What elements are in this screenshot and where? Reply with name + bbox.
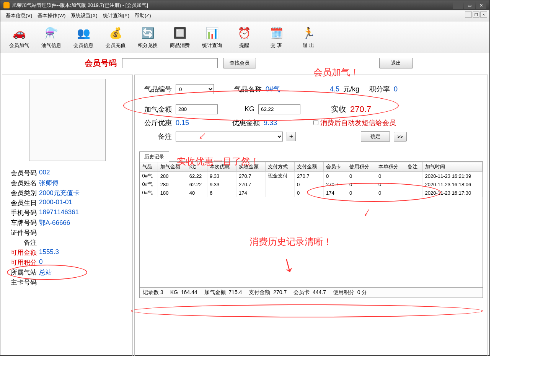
member-field-label: 会员姓名 bbox=[6, 179, 37, 187]
amount-input[interactable] bbox=[176, 104, 218, 114]
toolbar-btn-0[interactable]: 🚗会员加气 bbox=[4, 24, 34, 50]
app-icon bbox=[3, 2, 10, 8]
grid-col-header[interactable]: 备注 bbox=[405, 162, 422, 172]
member-no-label: 会员号码 bbox=[85, 58, 117, 68]
point-rate-label: 积分率 bbox=[363, 85, 390, 94]
menubar: 基本信息(V) 基本操作(W) 系统设置(X) 统计查询(Y) 帮助(Z) – … bbox=[0, 10, 489, 21]
toolbar-btn-6[interactable]: 📊统计查询 bbox=[197, 24, 227, 50]
history-tab[interactable]: 历史记录 bbox=[139, 151, 169, 162]
annotation-ellipse-summary bbox=[131, 304, 483, 317]
table-row[interactable]: 0#气28062.229.33270.7现金支付270.70002020-11-… bbox=[140, 172, 483, 181]
member-no-input[interactable] bbox=[122, 58, 218, 68]
menu-stats-query[interactable]: 统计查询(Y) bbox=[101, 11, 132, 20]
kg-input[interactable] bbox=[258, 104, 300, 114]
toolbar-btn-4[interactable]: 🔄积分兑换 bbox=[133, 24, 163, 50]
toolbar-btn-9[interactable]: 🏃退 出 bbox=[294, 24, 323, 50]
menu-system-settings[interactable]: 系统设置(X) bbox=[68, 11, 99, 20]
grid-col-header[interactable]: 会员卡 bbox=[324, 162, 347, 172]
member-field-value: 2000元充值卡 bbox=[39, 189, 80, 197]
plus-button[interactable]: + bbox=[287, 132, 296, 141]
grid-col-header[interactable]: 加气金额 bbox=[158, 162, 187, 172]
mdi-close-button[interactable]: × bbox=[480, 11, 487, 18]
toolbar-icon-4: 🔄 bbox=[140, 25, 155, 41]
menu-help[interactable]: 帮助(Z) bbox=[132, 11, 153, 20]
member-field-label: 可用积分 bbox=[6, 258, 37, 267]
toolbar-icon-3: 💰 bbox=[108, 25, 123, 41]
disc-amt-value: 9.33 bbox=[264, 119, 302, 127]
history-grid[interactable]: 气品加气金额KG本次优惠实收金额支付方式支付金额会员卡使用积分本单积分备注加气时… bbox=[139, 161, 483, 288]
toolbar-icon-7: ⏰ bbox=[236, 25, 252, 41]
table-row[interactable]: 0#气1804061740174002020-11-23 16:17:30 bbox=[140, 189, 483, 197]
member-field-label: 会员号码 bbox=[6, 169, 37, 177]
gas-name-value: 0#气 bbox=[266, 85, 280, 94]
remark-select[interactable] bbox=[176, 132, 283, 142]
price-unit: 元/kg bbox=[343, 85, 359, 94]
toolbar-btn-3[interactable]: 💰会员充值 bbox=[101, 24, 130, 50]
sms-checkbox-label[interactable]: 消费后自动发短信给会员 bbox=[313, 118, 396, 127]
member-field-value: 0 bbox=[39, 258, 42, 267]
grid-col-header[interactable]: 气品 bbox=[140, 162, 158, 172]
perkg-disc-label: 公斤优惠 bbox=[139, 118, 172, 127]
point-rate-value: 0 bbox=[394, 85, 398, 93]
price-value: 4.5 bbox=[330, 85, 339, 93]
member-field-value: 002 bbox=[39, 169, 50, 177]
toolbar-icon-5: 🔲 bbox=[172, 25, 188, 41]
grid-col-header[interactable]: 本次优惠 bbox=[207, 162, 236, 172]
toolbar-btn-5[interactable]: 🔲商品消费 bbox=[165, 24, 195, 50]
gas-name-label: 气品名称 bbox=[229, 85, 262, 94]
grid-col-header[interactable]: 加气时间 bbox=[422, 162, 482, 172]
find-member-button[interactable]: 查找会员 bbox=[223, 58, 256, 68]
member-field-value: 总站 bbox=[39, 268, 52, 277]
kg-label: KG bbox=[245, 105, 254, 113]
member-field-label: 会员类别 bbox=[6, 189, 37, 197]
menu-basic-ops[interactable]: 基本操作(W) bbox=[35, 11, 68, 20]
member-info-panel: 会员号码002会员姓名张师傅会员类别2000元充值卡会员生日2000-01-01… bbox=[2, 75, 133, 356]
exit-button[interactable]: 退出 bbox=[379, 58, 413, 68]
close-button[interactable]: ✕ bbox=[476, 2, 486, 9]
member-field-label: 手机号码 bbox=[6, 208, 37, 217]
toolbar-btn-8[interactable]: 🗓️交 班 bbox=[261, 24, 291, 50]
toolbar-icon-1: ⚗️ bbox=[44, 25, 59, 41]
toolbar-btn-1[interactable]: ⚗️油气信息 bbox=[36, 24, 66, 50]
ok-button[interactable]: 确定 bbox=[361, 131, 390, 142]
member-field-value: 张师傅 bbox=[39, 179, 59, 187]
actual-label: 实收 bbox=[331, 104, 346, 114]
window-title: 旭荣加气站管理软件--版本:加气版 2019.7(已注册) - [会员加气] bbox=[12, 2, 148, 9]
member-field-label: 可用金额 bbox=[6, 248, 37, 257]
member-field-label: 主卡号码 bbox=[6, 278, 37, 287]
toolbar-btn-2[interactable]: 👥会员信息 bbox=[68, 24, 98, 50]
remark-label: 备注 bbox=[139, 132, 172, 141]
toolbar-icon-6: 📊 bbox=[204, 25, 220, 41]
table-row[interactable]: 0#气28062.229.33270.70270.7002020-11-23 1… bbox=[140, 180, 483, 189]
toolbar-icon-8: 🗓️ bbox=[269, 25, 284, 41]
grid-col-header[interactable]: 实收金额 bbox=[236, 162, 266, 172]
member-field-value: 鄂A-66666 bbox=[39, 218, 70, 227]
toolbar-btn-7[interactable]: ⏰提醒 bbox=[229, 24, 259, 50]
member-field-label: 所属气站 bbox=[6, 268, 37, 277]
member-field-label: 证件号码 bbox=[6, 228, 37, 237]
toolbar-icon-2: 👥 bbox=[76, 25, 91, 41]
amount-label: 加气金额 bbox=[139, 105, 172, 114]
maximize-button[interactable]: ▭ bbox=[464, 2, 475, 9]
member-field-label: 备注 bbox=[6, 238, 37, 247]
grid-col-header[interactable]: KG bbox=[187, 162, 207, 172]
toolbar: 🚗会员加气⚗️油气信息👥会员信息💰会员充值🔄积分兑换🔲商品消费📊统计查询⏰提醒🗓… bbox=[0, 21, 489, 53]
toolbar-icon-0: 🚗 bbox=[11, 25, 27, 41]
grid-col-header[interactable]: 支付方式 bbox=[266, 162, 295, 172]
disc-amt-label: 优惠金额 bbox=[218, 118, 260, 127]
member-field-label: 会员生日 bbox=[6, 198, 37, 207]
minimize-button[interactable]: — bbox=[453, 2, 463, 9]
mdi-minimize-button[interactable]: – bbox=[465, 11, 472, 18]
grid-col-header[interactable]: 使用积分 bbox=[347, 162, 376, 172]
sms-checkbox[interactable] bbox=[313, 120, 318, 125]
menu-basic-info[interactable]: 基本信息(V) bbox=[3, 11, 34, 20]
grid-col-header[interactable]: 支付金额 bbox=[295, 162, 324, 172]
toolbar-icon-9: 🏃 bbox=[301, 25, 316, 41]
gas-no-select[interactable]: 0 bbox=[176, 84, 214, 94]
grid-col-header[interactable]: 本单积分 bbox=[376, 162, 405, 172]
member-field-value: 18971146361 bbox=[39, 208, 79, 217]
next-button[interactable]: >> bbox=[394, 132, 407, 142]
history-summary: 记录数 3 KG 164.44 加气金额 715.4 支付金额 270.7 会员… bbox=[139, 288, 483, 298]
perkg-disc-value: 0.15 bbox=[176, 119, 214, 127]
mdi-restore-button[interactable]: ❐ bbox=[473, 11, 479, 18]
